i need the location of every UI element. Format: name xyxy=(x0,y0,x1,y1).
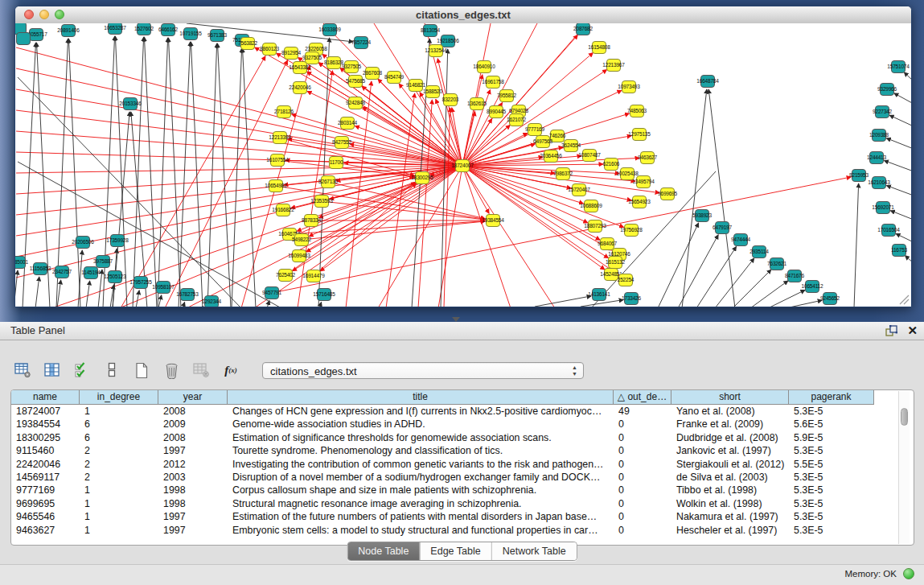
graph-node-label: 5938923 xyxy=(692,212,712,218)
memory-ok-indicator-icon[interactable] xyxy=(903,568,914,579)
cell-pagerank: 5.5E-5 xyxy=(789,458,874,471)
graph-edge xyxy=(682,89,707,307)
new-table-icon[interactable] xyxy=(132,360,151,380)
graph-node-label: 19384554 xyxy=(482,217,504,223)
cell-out_de: 0 xyxy=(614,444,671,457)
cell-pagerank: 5.3E-5 xyxy=(789,471,874,484)
table-row[interactable]: 1872400712008Changes of HCN gene express… xyxy=(11,405,914,418)
delete-table-icon[interactable] xyxy=(162,360,181,380)
table-row[interactable]: 1938455462009Genome-wide association stu… xyxy=(11,418,914,431)
cell-short: de Silva et al. (2003) xyxy=(671,471,789,484)
minimize-window-icon[interactable] xyxy=(39,10,49,19)
graph-node-label: 9329966 xyxy=(877,86,897,92)
graph-node-label: 8427552 xyxy=(332,139,351,145)
tab-network-table[interactable]: Network Table xyxy=(491,542,577,560)
column-header-year[interactable]: year xyxy=(158,390,228,405)
column-header-title[interactable]: title xyxy=(228,390,614,405)
resize-grip-icon[interactable] xyxy=(897,294,910,305)
column-header-pagerank[interactable]: pagerank xyxy=(789,390,874,405)
graph-node-label: 252254 xyxy=(618,277,634,282)
table-row[interactable]: 977716911998Corpus callosum shape and si… xyxy=(11,484,914,496)
graph-edge xyxy=(886,185,911,196)
graph-edge xyxy=(889,115,911,126)
zoom-window-icon[interactable] xyxy=(55,10,64,19)
cell-year: 1997 xyxy=(158,524,228,537)
graph-node-label: 1292344 xyxy=(202,299,221,304)
graph-edge xyxy=(886,138,911,149)
graph-node-label: 8878334 xyxy=(302,217,321,223)
graph-edge xyxy=(890,211,911,220)
column-header-name[interactable]: name xyxy=(11,390,80,405)
graph-node-label: 12213967 xyxy=(602,62,625,68)
import-table-icon[interactable] xyxy=(191,360,211,380)
select-columns-icon[interactable] xyxy=(72,360,92,380)
network-table-selector[interactable]: citations_edges.txt ▲▼ xyxy=(262,362,584,379)
table-row[interactable]: 2242004622012Investigating the contribut… xyxy=(11,458,914,471)
cell-title: Genome-wide association studies in ADHD. xyxy=(228,418,614,431)
cell-in_degree: 1 xyxy=(80,497,158,510)
graph-node-label: 1362615 xyxy=(467,101,487,106)
graph-node-label: 2867608 xyxy=(363,70,382,76)
function-builder-icon[interactable]: f(x) xyxy=(221,360,240,380)
graph-edge xyxy=(678,235,718,307)
graph-node-label: 16099483 xyxy=(288,253,310,258)
tab-edge-table[interactable]: Edge Table xyxy=(419,542,491,560)
table-row[interactable]: 969969511998Structural magnetic resonanc… xyxy=(11,497,914,510)
table-panel-title: Table Panel xyxy=(10,324,65,336)
network-view-canvas[interactable]: 1405571720891406106532871527602646616210… xyxy=(15,23,911,307)
graph-edge xyxy=(696,246,737,307)
cell-out_de: 0 xyxy=(614,497,671,510)
row-height-icon[interactable] xyxy=(102,360,121,380)
tab-node-table[interactable]: Node Table xyxy=(347,542,419,560)
cell-name: 18300295 xyxy=(11,431,80,444)
cell-in_degree: 1 xyxy=(80,484,158,496)
graph-edge xyxy=(207,43,217,307)
graph-edge xyxy=(884,160,911,171)
table-row[interactable]: 946362711997Embryonic stem cells: a mode… xyxy=(11,524,914,537)
window-controls xyxy=(24,10,64,19)
graph-node-label: 9699695 xyxy=(658,191,677,196)
cell-in_degree: 1 xyxy=(80,524,158,537)
graph-node-label: 7955812 xyxy=(497,93,516,98)
graph-node-label: 9185001 xyxy=(15,259,29,265)
graph-node-label: 9242848 xyxy=(346,100,365,105)
citation-network-graph[interactable]: 1405571720891406106532871527602646616210… xyxy=(15,23,911,307)
column-header-in_degree[interactable]: in_degree xyxy=(80,390,158,405)
graph-node-label: 1145194 xyxy=(81,270,101,275)
network-desktop: citations_edges.txt 14055717208914061065… xyxy=(0,0,924,322)
table-row[interactable]: 1830029562008Estimation of significance … xyxy=(11,431,914,444)
graph-node-label: 12505123 xyxy=(104,274,126,279)
close-window-icon[interactable] xyxy=(24,10,34,19)
column-header-out_de[interactable]: △ out_de… xyxy=(614,390,671,405)
graph-node-label: 9684067 xyxy=(598,241,617,246)
graph-node-label: 16107554 xyxy=(266,157,289,163)
graph-edge xyxy=(35,277,39,307)
graph-node-label: 9474444 xyxy=(731,237,750,242)
table-row[interactable]: 946554611997Estimation of the future num… xyxy=(11,510,914,523)
graph-node-label: 19756928 xyxy=(620,227,643,233)
close-panel-icon[interactable]: ✕ xyxy=(907,323,918,338)
cell-year: 1998 xyxy=(158,484,228,496)
table-scrollbar[interactable] xyxy=(898,391,910,544)
float-window-icon[interactable] xyxy=(885,324,897,337)
table-body: 1872400712008Changes of HCN gene express… xyxy=(11,405,914,537)
cell-year: 1997 xyxy=(158,444,228,457)
graph-node-label: 18640910 xyxy=(473,64,495,69)
graph-node[interactable] xyxy=(17,33,31,45)
status-bar: Memory: OK xyxy=(0,564,924,585)
table-row[interactable]: 1456911722003Disruption of a novel membe… xyxy=(11,471,914,484)
graph-node-label: 8215953 xyxy=(849,172,869,178)
graph-edge xyxy=(535,296,591,307)
network-window-titlebar[interactable]: citations_edges.txt xyxy=(15,6,911,24)
table-row[interactable]: 911546021997Tourette syndrome. Phenomeno… xyxy=(11,444,914,457)
show-columns-icon[interactable] xyxy=(43,360,62,380)
graph-edge xyxy=(658,223,699,307)
table-scrollbar-thumb[interactable] xyxy=(901,408,908,426)
column-header-short[interactable]: short xyxy=(671,390,789,405)
graph-node-label: 832203 xyxy=(442,97,459,102)
graph-node-label: 9146821 xyxy=(406,82,425,88)
graph-edge xyxy=(733,270,771,307)
cell-year: 1998 xyxy=(158,497,228,510)
table-settings-icon[interactable] xyxy=(13,360,32,380)
graph-node-label: 6466162 xyxy=(158,27,178,32)
